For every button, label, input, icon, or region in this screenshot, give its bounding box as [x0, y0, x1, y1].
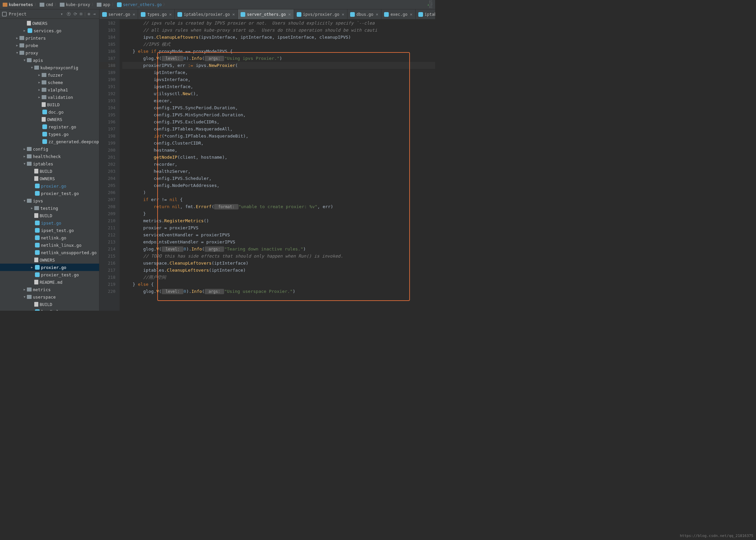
tree-item-fuzzer[interactable]: ▶fuzzer [0, 71, 99, 79]
tree-item-testing[interactable]: ▶testing [0, 204, 99, 212]
tree-item-validation[interactable]: ▶validation [0, 93, 99, 101]
tab-iptables-proxier-go[interactable]: iptables/proxier.go× [175, 9, 238, 19]
tree-item-apis[interactable]: ▼apis [0, 56, 99, 64]
chevron-right-icon[interactable]: ▶ [22, 288, 27, 291]
tree-item-doc-go[interactable]: ▶doc.go [0, 108, 99, 116]
chevron-down-icon[interactable]: ▼ [22, 162, 27, 165]
go-file-icon [177, 12, 182, 17]
refresh-icon[interactable]: ⟳ [72, 11, 79, 16]
module-icon [2, 12, 7, 16]
close-icon[interactable]: × [232, 12, 235, 17]
close-icon[interactable]: × [342, 12, 344, 17]
go-file-icon [35, 191, 40, 196]
chevron-right-icon[interactable]: ▶ [22, 147, 27, 151]
tab-iptable[interactable]: iptable× [416, 9, 435, 19]
bc-3[interactable]: app [97, 2, 110, 7]
file-icon [42, 102, 46, 107]
tree-item-README-md[interactable]: ▶README.md [0, 278, 99, 286]
chevron-right-icon[interactable]: ▶ [30, 266, 34, 269]
chevron-right-icon[interactable]: ▶ [37, 88, 42, 91]
gear-icon[interactable]: ✻ [86, 11, 92, 16]
chevron-down-icon[interactable]: ▼ [30, 66, 34, 69]
tree-item-ipset-go[interactable]: ▶ipset.go [0, 219, 99, 227]
chevron-right-icon[interactable]: ▶ [22, 29, 27, 32]
tree-item-loadbalancer-go[interactable]: ▶loadbalancer.go [0, 308, 99, 311]
chevron-down-icon[interactable]: ▼ [22, 295, 27, 299]
tree-item-proxier-go[interactable]: ▶proxier.go [0, 264, 99, 271]
tab-server-go[interactable]: server.go× [99, 9, 138, 19]
close-icon[interactable]: × [133, 12, 135, 17]
tab-dbus-go[interactable]: dbus.go× [347, 9, 381, 19]
file-icon [34, 176, 38, 181]
project-label[interactable]: Project [9, 11, 60, 16]
tree-item-printers[interactable]: ▶printers [0, 34, 99, 42]
chevron-right-icon[interactable]: ▶ [15, 36, 19, 40]
close-icon[interactable]: × [410, 12, 413, 17]
bc-4[interactable]: server_others.go [117, 2, 162, 7]
tree-item-proxier-test-go[interactable]: ▶proxier_test.go [0, 190, 99, 197]
tree-item-healthcheck[interactable]: ▶healthcheck [0, 153, 99, 160]
tree-item-userspace[interactable]: ▼userspace [0, 293, 99, 301]
tree-item-netlink-linux-go[interactable]: ▶netlink_linux.go [0, 241, 99, 249]
tree-item-kubeproxyconfig[interactable]: ▼kubeproxyconfig [0, 64, 99, 71]
folder-icon [27, 58, 32, 62]
tree-item-BUILD[interactable]: ▶BUILD [0, 167, 99, 175]
scroll-from-source-icon[interactable]: ⦿ [65, 11, 72, 16]
tree-item-OWNERS[interactable]: ▶OWNERS [0, 175, 99, 182]
pin-icon[interactable]: ⊟ [79, 11, 84, 16]
go-file-icon [35, 228, 40, 233]
chevron-right-icon[interactable]: ▶ [30, 206, 34, 210]
tree-item-zz-generated-deepcop[interactable]: ▶zz_generated.deepcop [0, 138, 99, 145]
chevron-right-icon[interactable]: ▶ [22, 155, 27, 158]
tree-item-netlink-go[interactable]: ▶netlink.go [0, 234, 99, 241]
close-icon[interactable]: × [376, 12, 378, 17]
tree-item-OWNERS[interactable]: ▶OWNERS [0, 20, 99, 27]
tree-item-types-go[interactable]: ▶types.go [0, 130, 99, 138]
tree-item-config[interactable]: ▶config [0, 145, 99, 153]
close-icon[interactable]: × [169, 12, 172, 17]
chevron-down-icon[interactable]: ▼ [22, 59, 27, 62]
project-tree[interactable]: ▶OWNERS▶services.go▶printers▶probe▼proxy… [0, 19, 99, 311]
tree-item-proxier-go[interactable]: ▶proxier.go [0, 182, 99, 190]
tree-item-BUILD[interactable]: ▶BUILD [0, 301, 99, 308]
tab-exec-go[interactable]: exec.go× [381, 9, 415, 19]
folder-icon [27, 287, 32, 292]
tree-item-metrics[interactable]: ▶metrics [0, 286, 99, 293]
tree-item-proxier-test-go[interactable]: ▶proxier_test.go [0, 271, 99, 278]
tree-item-BUILD[interactable]: ▶BUILD [0, 212, 99, 219]
tree-item-v1alpha1[interactable]: ▶v1alpha1 [0, 86, 99, 93]
tree-item-netlink-unsupported-go[interactable]: ▶netlink_unsupported.go [0, 249, 99, 256]
tab-ipvs-proxier-go[interactable]: ipvs/proxier.go× [294, 9, 347, 19]
chevron-down-icon[interactable]: ▼ [15, 51, 19, 54]
go-file-icon [350, 12, 355, 17]
tree-item-services-go[interactable]: ▶services.go [0, 27, 99, 34]
chevron-right-icon[interactable]: ▶ [37, 95, 42, 99]
tree-item-ipset-test-go[interactable]: ▶ipset_test.go [0, 227, 99, 234]
chevron-down-icon[interactable]: ▼ [22, 199, 27, 202]
go-file-icon [42, 132, 47, 137]
tree-item-scheme[interactable]: ▶scheme [0, 79, 99, 86]
folder-icon [34, 206, 39, 210]
file-icon [34, 258, 38, 262]
bc-0[interactable]: kubernetes [3, 2, 33, 7]
tree-item-probe[interactable]: ▶probe [0, 42, 99, 49]
code-area[interactable]: // ipvs rule is created by IPVS proxier … [120, 20, 435, 311]
tab-server_others-go[interactable]: server_others.go× [238, 9, 294, 19]
tree-item-proxy[interactable]: ▼proxy [0, 49, 99, 56]
collapse-icon[interactable]: ⇥ [92, 11, 97, 16]
chevron-right-icon[interactable]: ▶ [15, 44, 19, 47]
tree-item-register-go[interactable]: ▶register.go [0, 123, 99, 130]
bc-1[interactable]: cmd [40, 2, 53, 7]
chevron-right-icon[interactable]: ▶ [37, 81, 42, 84]
go-file-icon [297, 12, 301, 17]
tree-item-iptables[interactable]: ▼iptables [0, 160, 99, 167]
editor-tabs[interactable]: server.go×types.go×iptables/proxier.go×s… [99, 9, 435, 20]
chevron-right-icon[interactable]: ▶ [37, 73, 42, 77]
close-icon[interactable]: × [288, 12, 291, 17]
bc-2[interactable]: kube-proxy [60, 2, 90, 7]
tree-item-BUILD[interactable]: ▶BUILD [0, 101, 99, 108]
tree-item-OWNERS[interactable]: ▶OWNERS [0, 116, 99, 123]
tab-types-go[interactable]: types.go× [138, 9, 175, 19]
tree-item-ipvs[interactable]: ▼ipvs [0, 197, 99, 204]
tree-item-OWNERS[interactable]: ▶OWNERS [0, 256, 99, 264]
